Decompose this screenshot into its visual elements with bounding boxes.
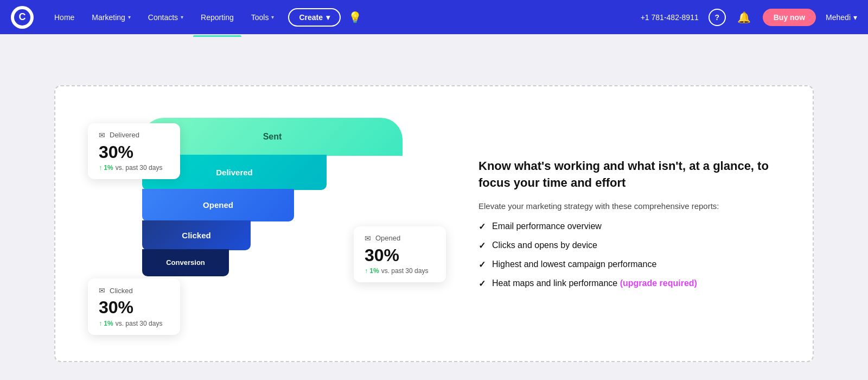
feature-label-4: Heat maps and link performance (upgrade …: [492, 278, 697, 288]
check-icon-1: ✓: [478, 221, 486, 232]
nav-contacts[interactable]: Contacts ▾: [141, 9, 191, 26]
check-icon-3: ✓: [478, 259, 486, 270]
list-item-2: ✓ Clicks and opens by device: [478, 240, 780, 251]
list-item-1: ✓ Email performance overview: [478, 221, 780, 232]
contacts-chevron-icon: ▾: [181, 14, 183, 20]
funnel-clicked-bar: Clicked: [142, 220, 251, 250]
funnel-conversion-bar: Conversion: [142, 249, 229, 276]
stat-card-opened: ✉ Opened 30% ↑ 1% vs. past 30 days: [354, 226, 446, 282]
mail-icon-opened: ✉: [365, 234, 371, 243]
mail-icon-clicked: ✉: [99, 286, 105, 295]
logo[interactable]: [11, 6, 34, 29]
nav-tools[interactable]: Tools ▾: [244, 9, 282, 26]
funnel-sent-bar: Sent: [142, 118, 403, 156]
right-text: Know what's working and what isn't, at a…: [478, 158, 780, 289]
opened-value: 30%: [365, 246, 435, 265]
main-heading: Know what's working and what isn't, at a…: [478, 158, 780, 192]
list-item-4: ✓ Heat maps and link performance (upgrad…: [478, 278, 780, 289]
clicked-change: ↑ 1% vs. past 30 days: [99, 320, 169, 327]
list-item-3: ✓ Highest and lowest campaign performanc…: [478, 259, 780, 270]
funnel-opened-bar: Opened: [142, 189, 294, 221]
tools-chevron-icon: ▾: [271, 14, 274, 20]
left-visual: Sent Delivered Opened Clicked Conversion: [88, 107, 446, 340]
subheading: Elevate your marketing strategy with the…: [478, 201, 780, 211]
nav-items: Home Marketing ▾ Contacts ▾ Reporting To…: [47, 8, 641, 27]
buy-now-button[interactable]: Buy now: [763, 9, 816, 26]
bell-icon[interactable]: 🔔: [736, 9, 753, 26]
check-icon-4: ✓: [478, 278, 486, 289]
create-button[interactable]: Create ▾: [288, 8, 341, 27]
user-chevron-icon: ▾: [853, 13, 857, 22]
check-icon-2: ✓: [478, 240, 486, 251]
create-chevron-icon: ▾: [326, 13, 330, 22]
delivered-change: ↑ 1% vs. past 30 days: [99, 164, 169, 172]
feature-label-3: Highest and lowest campaign performance: [492, 259, 656, 269]
upgrade-text: (upgrade required): [620, 278, 697, 288]
mail-icon-delivered: ✉: [99, 131, 105, 140]
marketing-chevron-icon: ▾: [128, 14, 131, 20]
clicked-value: 30%: [99, 298, 169, 317]
stat-card-clicked: ✉ Clicked 30% ↑ 1% vs. past 30 days: [88, 278, 180, 334]
lightbulb-icon[interactable]: 💡: [348, 11, 362, 24]
nav-marketing[interactable]: Marketing ▾: [84, 9, 138, 26]
feature-card: Sent Delivered Opened Clicked Conversion: [54, 85, 814, 362]
nav-reporting[interactable]: Reporting: [193, 9, 241, 26]
main-content: Sent Delivered Opened Clicked Conversion: [0, 34, 868, 380]
navigation: Home Marketing ▾ Contacts ▾ Reporting To…: [0, 0, 868, 34]
nav-right: +1 781-482-8911 ? 🔔 Buy now Mehedi ▾: [641, 9, 857, 26]
delivered-value: 30%: [99, 143, 169, 162]
feature-label-2: Clicks and opens by device: [492, 240, 597, 250]
help-icon[interactable]: ?: [709, 9, 726, 26]
user-menu[interactable]: Mehedi ▾: [826, 13, 857, 22]
feature-list: ✓ Email performance overview ✓ Clicks an…: [478, 221, 780, 289]
phone-number: +1 781-482-8911: [641, 13, 699, 22]
opened-change: ↑ 1% vs. past 30 days: [365, 267, 435, 275]
stat-card-delivered: ✉ Delivered 30% ↑ 1% vs. past 30 days: [88, 123, 180, 179]
feature-label-1: Email performance overview: [492, 221, 602, 231]
nav-home[interactable]: Home: [47, 9, 82, 26]
